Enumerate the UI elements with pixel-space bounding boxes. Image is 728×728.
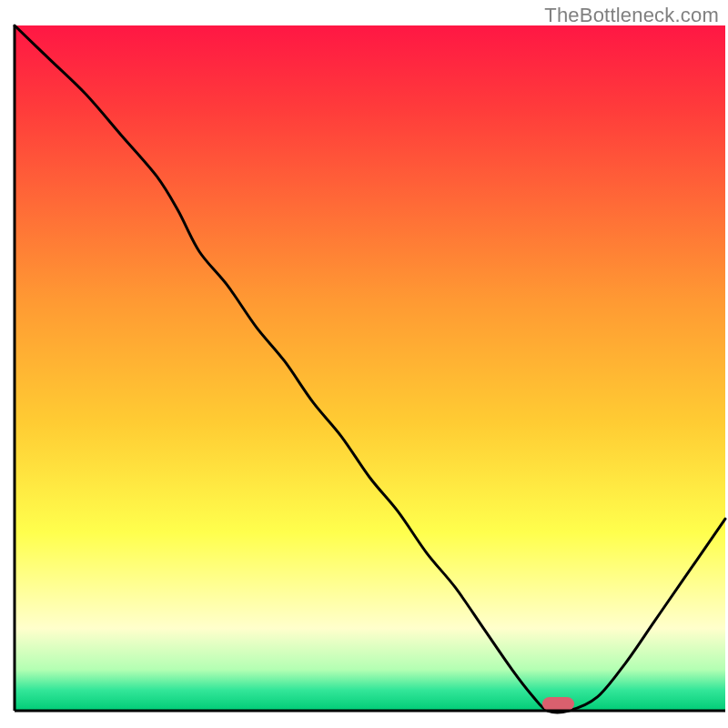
plot-background: [15, 25, 725, 711]
optimum-marker: [542, 697, 574, 711]
chart-svg: [0, 0, 728, 728]
chart-container: TheBottleneck.com: [0, 0, 728, 728]
